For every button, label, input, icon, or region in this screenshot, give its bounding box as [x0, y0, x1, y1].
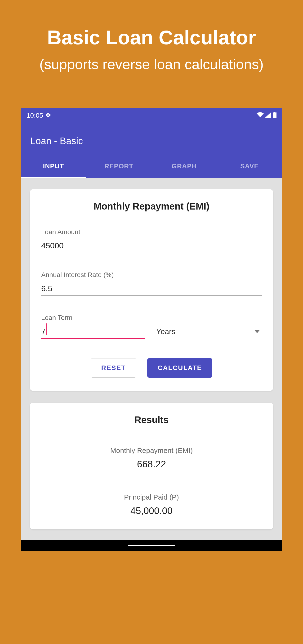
tab-graph[interactable]: GRAPH	[152, 156, 217, 178]
principal-label: Principal Paid (P)	[41, 493, 262, 501]
text-cursor	[46, 324, 47, 335]
interest-rate-input[interactable]	[41, 282, 262, 296]
battery-icon	[273, 112, 276, 120]
loan-term-label: Loan Term	[41, 314, 262, 322]
hero-title: Basic Loan Calculator	[47, 26, 256, 49]
loan-term-input[interactable]	[41, 325, 145, 339]
calculate-button[interactable]: CALCULATE	[147, 358, 212, 378]
results-title: Results	[41, 414, 262, 425]
tab-save[interactable]: SAVE	[217, 156, 282, 178]
results-card: Results Monthly Repayment (EMI) 668.22 P…	[30, 403, 273, 530]
hero-subtitle: (supports reverse loan calculations)	[39, 56, 264, 72]
tab-report[interactable]: REPORT	[86, 156, 152, 178]
svg-rect-3	[274, 112, 275, 112]
loan-term-unit-select[interactable]: Years	[154, 325, 262, 339]
loan-term-unit-value: Years	[156, 327, 176, 336]
principal-value: 45,000.00	[41, 506, 262, 516]
tab-input[interactable]: INPUT	[21, 156, 86, 178]
app-bar: Loan - Basic	[21, 122, 282, 156]
signal-icon	[265, 112, 271, 119]
emi-label: Monthly Repayment (EMI)	[41, 446, 262, 454]
app-title: Loan - Basic	[30, 136, 273, 146]
loan-amount-label: Loan Amount	[41, 228, 262, 236]
input-card-title: Monthly Repayment (EMI)	[41, 201, 262, 212]
android-nav-bar	[21, 540, 282, 551]
phone-frame: 10:05 Loan - Basic INPUT REPORT GRAPH SA…	[21, 108, 282, 551]
status-notification-icon	[46, 112, 51, 119]
wifi-icon	[256, 112, 264, 119]
content-area: Monthly Repayment (EMI) Loan Amount Annu…	[21, 178, 282, 540]
status-time: 10:05	[26, 112, 43, 119]
chevron-down-icon	[254, 330, 260, 333]
nav-handle[interactable]	[128, 545, 175, 546]
loan-amount-input[interactable]	[41, 239, 262, 253]
emi-value: 668.22	[41, 459, 262, 470]
reset-button[interactable]: RESET	[91, 358, 136, 378]
svg-rect-2	[273, 112, 276, 118]
status-bar: 10:05	[21, 108, 282, 122]
tab-bar: INPUT REPORT GRAPH SAVE	[21, 156, 282, 178]
input-card: Monthly Repayment (EMI) Loan Amount Annu…	[30, 189, 273, 391]
interest-rate-label: Annual Interest Rate (%)	[41, 271, 262, 279]
svg-point-1	[47, 114, 49, 116]
